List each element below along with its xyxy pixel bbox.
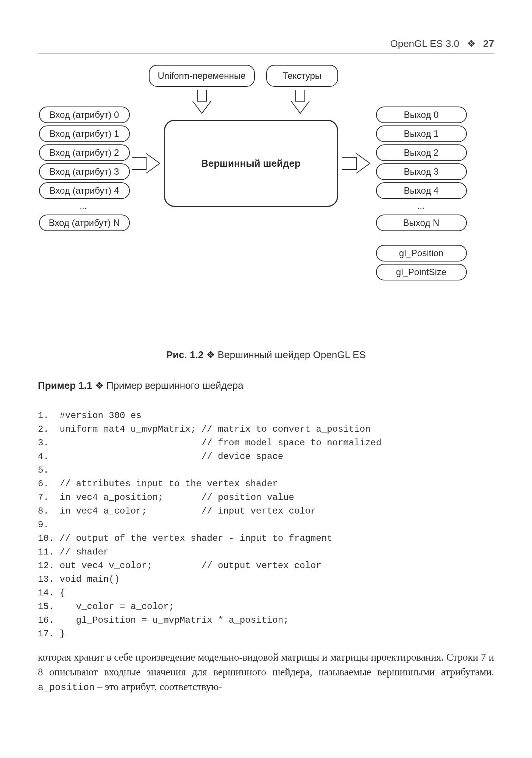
output-2: Выход 2 — [376, 144, 467, 161]
output-3: Выход 3 — [376, 163, 467, 180]
example-bullet: ❖ — [95, 380, 104, 391]
arrow-right-icon — [132, 152, 162, 175]
output-ellipsis: ... — [418, 201, 424, 211]
body-paragraph: которая хранит в себе произведение модел… — [38, 650, 494, 695]
code-line: 8. in vec4 a_color; // input vertex colo… — [38, 506, 316, 516]
code-line: 16. gl_Position = u_mvpMatrix * a_positi… — [38, 615, 289, 625]
arrow-down-icon — [190, 90, 213, 116]
code-line: 4. // device space — [38, 451, 283, 462]
code-line: 13. void main() — [38, 574, 120, 584]
code-line: 11. // shader — [38, 547, 109, 557]
gl-pointsize-box: gl_PointSize — [376, 264, 467, 280]
input-attr-n: Вход (атрибут) N — [39, 215, 130, 231]
code-listing: 1. #version 300 es 2. uniform mat4 u_mvp… — [38, 395, 494, 641]
code-line: 15. v_color = a_color; — [38, 601, 174, 612]
code-line: 5. — [38, 465, 49, 475]
vertex-shader-diagram: Uniform-переменные Текстуры Вершинный ше… — [39, 65, 493, 338]
example-caption: Пример 1.1 ❖ Пример вершинного шейдера — [38, 380, 494, 392]
figure-label: Рис. 1.2 — [166, 349, 203, 360]
code-line: 7. in vec4 a_position; // position value — [38, 492, 294, 503]
output-4: Выход 4 — [376, 182, 467, 199]
code-line: 9. — [38, 520, 49, 530]
uniform-variables-box: Uniform-переменные — [149, 65, 255, 87]
code-line: 10. // output of the vertex shader - inp… — [38, 533, 332, 543]
inline-code: a_position — [38, 682, 95, 693]
input-ellipsis: ... — [80, 201, 87, 211]
example-label: Пример 1.1 — [38, 380, 92, 391]
arrow-right-icon — [342, 152, 372, 175]
code-line: 17. } — [38, 629, 65, 639]
input-attr-1: Вход (атрибут) 1 — [39, 125, 130, 142]
header-title: OpenGL ES 3.0 — [390, 38, 459, 50]
textures-box: Текстуры — [266, 65, 338, 87]
example-text: Пример вершинного шейдера — [106, 380, 243, 391]
output-1: Выход 1 — [376, 125, 467, 142]
input-attr-2: Вход (атрибут) 2 — [39, 144, 130, 161]
code-line: 3. // from model space to normalized — [38, 438, 381, 448]
input-attr-0: Вход (атрибут) 0 — [39, 106, 130, 123]
code-line: 14. { — [38, 588, 65, 598]
body-part-2: – это атрибут, соответствую- — [95, 681, 222, 692]
input-attr-4: Вход (атрибут) 4 — [39, 182, 130, 199]
code-line: 12. out vec4 v_color; // output vertex c… — [38, 561, 321, 571]
code-line: 6. // attributes input to the vertex sha… — [38, 479, 278, 489]
gl-position-box: gl_Position — [376, 245, 467, 262]
header-bullet: ❖ — [467, 38, 476, 50]
code-line: 1. #version 300 es — [38, 410, 142, 421]
running-header: OpenGL ES 3.0 ❖ 27 — [38, 38, 494, 53]
code-line: 2. uniform mat4 u_mvpMatrix; // matrix t… — [38, 424, 371, 434]
output-0: Выход 0 — [376, 106, 467, 123]
vertex-shader-box: Вершинный шейдер — [164, 120, 338, 207]
output-n: Выход N — [376, 215, 467, 231]
figure-text: Вершинный шейдер OpenGL ES — [218, 349, 366, 360]
body-part-1: которая хранит в себе произведение модел… — [38, 652, 494, 678]
book-page: OpenGL ES 3.0 ❖ 27 Uniform-переменные Те… — [0, 0, 532, 758]
figure-caption: Рис. 1.2 ❖ Вершинный шейдер OpenGL ES — [38, 349, 494, 361]
input-attr-3: Вход (атрибут) 3 — [39, 163, 130, 180]
figure-bullet: ❖ — [206, 349, 215, 360]
page-number: 27 — [483, 38, 494, 50]
arrow-down-icon — [289, 90, 312, 116]
